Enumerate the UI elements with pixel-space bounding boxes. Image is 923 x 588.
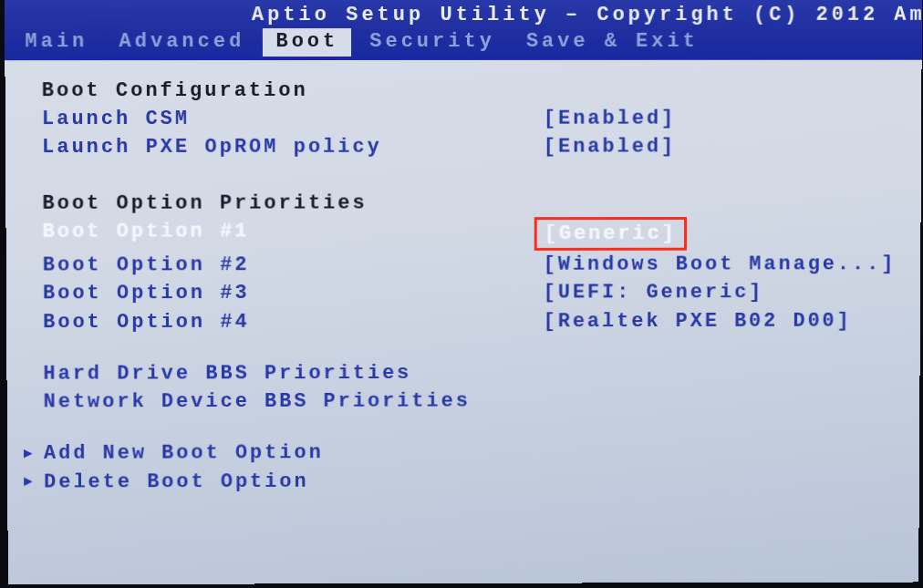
delete-boot-option[interactable]: Delete Boot Option <box>44 468 309 497</box>
boot-priorities-heading: Boot Option Priorities <box>42 189 543 218</box>
triangle-right-icon: ▶ <box>24 472 44 493</box>
tab-bar: Main Advanced Boot Security Save & Exit <box>5 28 922 60</box>
boot-option-1-label[interactable]: Boot Option #1 <box>42 217 543 252</box>
boot-option-4-value[interactable]: [Realtek PXE B02 D00] <box>544 306 903 335</box>
boot-option-4-label[interactable]: Boot Option #4 <box>43 307 544 336</box>
boot-option-1-value[interactable]: [Generic] <box>534 217 687 251</box>
tab-save-exit[interactable]: Save & Exit <box>513 28 711 57</box>
boot-option-2-value[interactable]: [Windows Boot Manage...] <box>544 251 903 280</box>
launch-csm-label[interactable]: Launch CSM <box>42 105 544 134</box>
title-text: Aptio Setup Utility – Copyright (C) 2012… <box>14 4 922 26</box>
launch-csm-value[interactable]: [Enabled] <box>544 105 904 133</box>
boot-option-3-label[interactable]: Boot Option #3 <box>43 279 544 308</box>
tab-main[interactable]: Main <box>12 28 100 57</box>
network-bbs-priorities[interactable]: Network Device BBS Priorities <box>44 387 544 417</box>
boot-option-2-label[interactable]: Boot Option #2 <box>43 251 544 280</box>
content-pane: Boot Configuration Launch CSM [Enabled] … <box>5 60 921 505</box>
tab-security[interactable]: Security <box>357 28 508 57</box>
boot-option-1-value-text: [Generic] <box>544 222 677 245</box>
boot-option-3-value[interactable]: [UEFI: Generic] <box>544 278 903 307</box>
tab-advanced[interactable]: Advanced <box>106 28 257 57</box>
launch-pxe-value[interactable]: [Enabled] <box>544 133 903 161</box>
hdd-bbs-priorities[interactable]: Hard Drive BBS Priorities <box>43 359 543 388</box>
add-boot-option[interactable]: Add New Boot Option <box>44 439 324 469</box>
launch-pxe-label[interactable]: Launch PXE OpROM policy <box>42 133 544 162</box>
tab-boot[interactable]: Boot <box>263 28 351 57</box>
title-bar: Aptio Setup Utility – Copyright (C) 2012… <box>5 0 922 28</box>
triangle-right-icon: ▶ <box>24 444 44 465</box>
boot-config-heading: Boot Configuration <box>42 77 544 106</box>
